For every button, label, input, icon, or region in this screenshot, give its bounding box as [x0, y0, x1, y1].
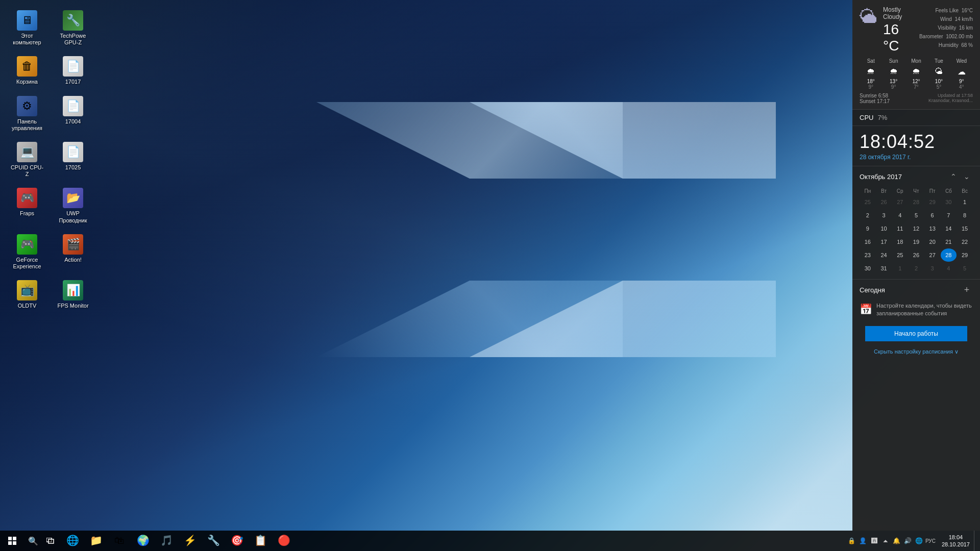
calendar-day[interactable]: 5 [908, 209, 924, 222]
calendar-day[interactable]: 1 [957, 195, 973, 209]
taskbar-clock[interactable]: 18:04 28.10.2017 [938, 531, 974, 551]
calendar-day[interactable]: 3 [876, 209, 892, 222]
calendar-day[interactable]: 30 [860, 262, 876, 275]
calendar-day[interactable]: 28 [908, 195, 924, 209]
calendar-day[interactable]: 5 [957, 262, 973, 275]
sunrise-time: 6:58 [878, 93, 888, 98]
calendar-day[interactable]: 6 [924, 209, 941, 222]
desktop-icon-geforce[interactable]: 🎮GeForce Experience [8, 232, 46, 272]
tray-keyboard[interactable]: РУС [925, 531, 936, 551]
tray-icon-3[interactable]: 🅰 [869, 531, 879, 551]
desktop-icon-fraps[interactable]: 🎮Fraps [8, 185, 46, 226]
calendar-weekday-Пн: Пн [860, 187, 876, 195]
trash-icon: 🗑 [17, 56, 37, 77]
desktop-icon-17017[interactable]: 📄17017 [54, 54, 92, 88]
calendar-day[interactable]: 28 [941, 248, 957, 262]
calendar-day[interactable]: 2 [860, 209, 876, 222]
add-event-button[interactable]: + [961, 284, 973, 296]
calendar-day[interactable]: 13 [924, 222, 941, 235]
desktop-icon-17004[interactable]: 📄17004 [54, 93, 92, 134]
tray-icon-4[interactable]: 🔔 [892, 531, 902, 551]
taskbar-app-edge[interactable]: 🌐 [61, 531, 84, 551]
calendar-prev-button[interactable]: ⌃ [947, 170, 960, 183]
calendar-weekday-Вт: Вт [876, 187, 892, 195]
calendar-day[interactable]: 25 [860, 195, 876, 209]
taskbar-app-explorer[interactable]: 📁 [85, 531, 107, 551]
desktop-icon-fps[interactable]: 📊FPS Monitor [54, 278, 92, 312]
taskbar-app-tool2[interactable]: 🎯 [226, 531, 248, 551]
tray-network[interactable]: 🌐 [914, 531, 924, 551]
calendar-day[interactable]: 20 [924, 235, 941, 248]
taskbar-app-store[interactable]: 🛍 [108, 531, 131, 551]
desktop-icon-cpanel[interactable]: ⚙Панель управления [8, 93, 46, 134]
calendar-day[interactable]: 21 [941, 235, 957, 248]
cpanel-label: Панель управления [10, 118, 44, 132]
taskbar-app-browser[interactable]: 🌍 [132, 531, 154, 551]
calendar-day[interactable]: 3 [924, 262, 941, 275]
calendar-day[interactable]: 29 [957, 248, 973, 262]
taskbar: 🔍 🌐📁🛍🌍🎵⚡🔧🎯📋🔴 🔒 👤 🅰 ⏶ 🔔 🔊 🌐 РУС 18:04 28.… [0, 531, 980, 551]
calendar-day[interactable]: 15 [957, 222, 973, 235]
calendar-day[interactable]: 25 [892, 248, 908, 262]
desktop-icon-techpowergpu[interactable]: 🔧TechPowe GPU-Z [54, 8, 92, 48]
calendar-day[interactable]: 18 [892, 235, 908, 248]
calendar-day[interactable]: 4 [892, 209, 908, 222]
calendar-day[interactable]: 24 [876, 248, 892, 262]
svg-rect-5 [48, 539, 54, 543]
calendar-day[interactable]: 26 [908, 248, 924, 262]
desktop-icon-oldtv[interactable]: 📺OLDTV [8, 278, 46, 312]
tray-icon-1[interactable]: 🔒 [847, 531, 857, 551]
calendar-day[interactable]: 26 [876, 195, 892, 209]
calendar-day[interactable]: 4 [941, 262, 957, 275]
forecast-temp-Mon: 12°7° [905, 79, 927, 90]
desktop-icon-action[interactable]: 🎬Action! [54, 232, 92, 272]
task-view-button[interactable] [42, 531, 59, 551]
start-button[interactable] [0, 531, 24, 551]
taskbar-app-tool1[interactable]: 🔧 [202, 531, 225, 551]
calendar-day[interactable]: 2 [908, 262, 924, 275]
taskbar-app-recording[interactable]: 🔴 [273, 531, 295, 551]
desktop-icon-this-computer[interactable]: 🖥Этот компьютер [8, 8, 46, 48]
this-computer-icon: 🖥 [17, 10, 37, 31]
sunset-time: 17:17 [877, 98, 890, 104]
calendar-day[interactable]: 31 [876, 262, 892, 275]
calendar-day[interactable]: 19 [908, 235, 924, 248]
calendar-day[interactable]: 10 [876, 222, 892, 235]
tray-icon-2[interactable]: 👤 [858, 531, 868, 551]
desktop-icon-cpuid[interactable]: 💻CPUID CPU-Z [8, 139, 46, 180]
hide-schedule-link[interactable]: Скрыть настройку расписания ∨ [860, 345, 973, 358]
calendar-next-button[interactable]: ⌄ [961, 170, 973, 183]
calendar-day[interactable]: 11 [892, 222, 908, 235]
taskbar-time: 18:04 [949, 534, 963, 541]
taskbar-app-media[interactable]: 🎵 [155, 531, 178, 551]
calendar-day[interactable]: 23 [860, 248, 876, 262]
system-tray: 🔒 👤 🅰 ⏶ 🔔 🔊 🌐 РУС [845, 531, 938, 551]
show-desktop-button[interactable] [974, 531, 978, 551]
get-started-button[interactable]: Начало работы [865, 326, 967, 341]
desktop-icon-uwp[interactable]: 📂UWP Проводник [54, 185, 92, 226]
calendar-day[interactable]: 30 [941, 195, 957, 209]
tray-volume[interactable]: 🔊 [903, 531, 913, 551]
calendar-day[interactable]: 22 [957, 235, 973, 248]
calendar-day[interactable]: 12 [908, 222, 924, 235]
calendar-day[interactable]: 27 [892, 195, 908, 209]
desktop-icon-trash[interactable]: 🗑Корзина [8, 54, 46, 88]
calendar-day[interactable]: 1 [892, 262, 908, 275]
taskbar-app-tool3[interactable]: 📋 [249, 531, 272, 551]
calendar-day[interactable]: 8 [957, 209, 973, 222]
cpu-percent: 7% [877, 114, 887, 121]
calendar-day[interactable]: 17 [876, 235, 892, 248]
calendar-day[interactable]: 9 [860, 222, 876, 235]
calendar-day[interactable]: 7 [941, 209, 957, 222]
calendar-day[interactable]: 16 [860, 235, 876, 248]
taskbar-app-agent[interactable]: ⚡ [179, 531, 201, 551]
desktop-icon-17025[interactable]: 📄17025 [54, 139, 92, 180]
windows-logo-effect [316, 102, 776, 357]
search-button[interactable]: 🔍 [24, 531, 42, 551]
calendar-day[interactable]: 14 [941, 222, 957, 235]
calendar-day[interactable]: 27 [924, 248, 941, 262]
tray-arrow[interactable]: ⏶ [880, 531, 891, 551]
17025-icon: 📄 [63, 142, 83, 162]
calendar-day[interactable]: 29 [924, 195, 941, 209]
cpuid-label: CPUID CPU-Z [10, 164, 44, 178]
